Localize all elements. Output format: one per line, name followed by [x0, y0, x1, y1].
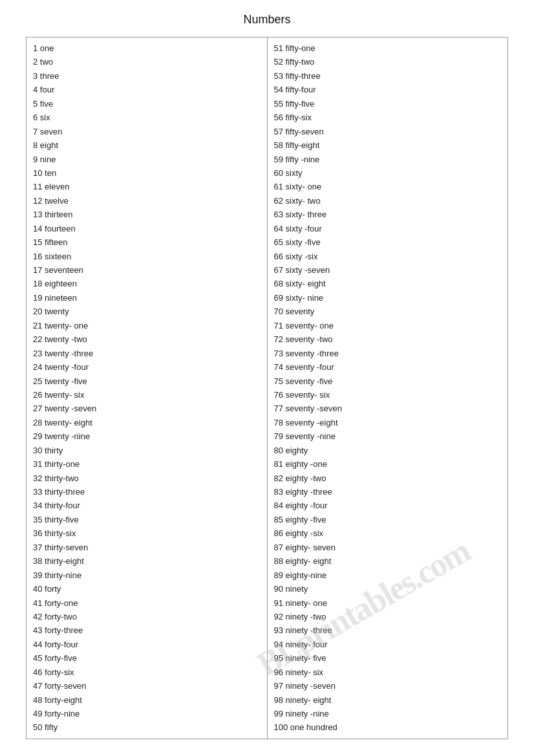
- list-item: 74 seventy -four: [274, 360, 502, 374]
- list-item: 85 eighty -five: [274, 513, 502, 526]
- list-item: 48 forty-eight: [33, 693, 261, 707]
- list-item: 54 fifty-four: [274, 83, 502, 96]
- list-item: 61 sixty- one: [274, 180, 502, 193]
- column-1: 1 one2 two3 three4 four5 five6 six7 seve…: [27, 38, 268, 739]
- list-item: 67 sixty -seven: [274, 263, 502, 277]
- list-item: 27 twenty -seven: [33, 402, 261, 415]
- list-item: 35 thirty-five: [33, 513, 261, 526]
- list-item: 52 fifty-two: [274, 55, 502, 69]
- list-item: 38 thirty-eight: [33, 554, 261, 568]
- list-item: 20 twenty: [33, 305, 261, 318]
- list-item: 95 ninety- five: [274, 651, 502, 665]
- list-item: 3 three: [33, 69, 261, 83]
- numbers-table: 1 one2 two3 three4 four5 five6 six7 seve…: [26, 37, 508, 739]
- list-item: 92 ninety -two: [274, 610, 502, 623]
- list-item: 44 forty-four: [33, 638, 261, 651]
- list-item: 9 nine: [33, 153, 261, 166]
- list-item: 22 twenty -two: [33, 332, 261, 346]
- list-item: 53 fifty-three: [274, 69, 502, 83]
- list-item: 80 eighty: [274, 444, 502, 457]
- list-item: 47 forty-seven: [33, 679, 261, 693]
- list-item: 84 eighty -four: [274, 499, 502, 512]
- list-item: 79 seventy -nine: [274, 429, 502, 443]
- list-item: 46 forty-six: [33, 665, 261, 679]
- list-item: 94 ninety- four: [274, 638, 502, 651]
- list-item: 73 seventy -three: [274, 347, 502, 360]
- list-item: 86 eighty -six: [274, 526, 502, 540]
- list-item: 63 sixty- three: [274, 208, 502, 221]
- list-item: 51 fifty-one: [274, 41, 502, 55]
- list-item: 65 sixty -five: [274, 235, 502, 249]
- list-item: 91 ninety- one: [274, 596, 502, 610]
- list-item: 37 thirty-seven: [33, 541, 261, 554]
- list-item: 4 four: [33, 83, 261, 96]
- list-item: 97 ninety -seven: [274, 679, 502, 693]
- list-item: 88 eighty- eight: [274, 554, 502, 568]
- list-item: 40 forty: [33, 582, 261, 596]
- list-item: 70 seventy: [274, 305, 502, 318]
- list-item: 10 ten: [33, 166, 261, 180]
- list-item: 45 forty-five: [33, 651, 261, 665]
- list-item: 32 thirty-two: [33, 471, 261, 485]
- list-item: 26 twenty- six: [33, 388, 261, 402]
- list-item: 30 thirty: [33, 444, 261, 457]
- list-item: 1 one: [33, 41, 261, 55]
- list-item: 7 seven: [33, 125, 261, 138]
- list-item: 99 ninety -nine: [274, 707, 502, 720]
- list-item: 93 ninety -three: [274, 623, 502, 637]
- list-item: 55 fifty-five: [274, 97, 502, 111]
- list-item: 81 eighty -one: [274, 457, 502, 471]
- list-item: 19 nineteen: [33, 291, 261, 305]
- list-item: 41 forty-one: [33, 596, 261, 610]
- list-item: 69 sixty- nine: [274, 291, 502, 305]
- list-item: 68 sixty- eight: [274, 277, 502, 290]
- list-item: 18 eighteen: [33, 277, 261, 290]
- list-item: 25 twenty -five: [33, 374, 261, 388]
- list-item: 59 fifty -nine: [274, 153, 502, 166]
- list-item: 31 thirty-one: [33, 457, 261, 471]
- list-item: 71 seventy- one: [274, 319, 502, 332]
- list-item: 15 fifteen: [33, 235, 261, 249]
- list-item: 75 seventy -five: [274, 374, 502, 388]
- list-item: 66 sixty -six: [274, 250, 502, 263]
- list-item: 8 eight: [33, 138, 261, 152]
- list-item: 87 eighty- seven: [274, 541, 502, 554]
- list-item: 98 ninety- eight: [274, 693, 502, 707]
- list-item: 90 ninety: [274, 582, 502, 596]
- list-item: 60 sixty: [274, 166, 502, 180]
- list-item: 78 seventy -eight: [274, 416, 502, 429]
- list-item: 100 one hundred: [274, 720, 502, 734]
- list-item: 12 twelve: [33, 194, 261, 208]
- list-item: 16 sixteen: [33, 250, 261, 263]
- list-item: 76 seventy- six: [274, 388, 502, 402]
- list-item: 2 two: [33, 55, 261, 69]
- list-item: 50 fifty: [33, 720, 261, 734]
- list-item: 29 twenty -nine: [33, 429, 261, 443]
- list-item: 6 six: [33, 111, 261, 124]
- list-item: 21 twenty- one: [33, 319, 261, 332]
- list-item: 58 fifty-eight: [274, 138, 502, 152]
- list-item: 13 thirteen: [33, 208, 261, 221]
- list-item: 28 twenty- eight: [33, 416, 261, 429]
- list-item: 64 sixty -four: [274, 222, 502, 235]
- list-item: 89 eighty-nine: [274, 568, 502, 582]
- list-item: 49 forty-nine: [33, 707, 261, 720]
- list-item: 57 fifty-seven: [274, 125, 502, 138]
- list-item: 17 seventeen: [33, 263, 261, 277]
- list-item: 43 forty-three: [33, 623, 261, 637]
- list-item: 82 eighty -two: [274, 471, 502, 485]
- list-item: 33 thirty-three: [33, 485, 261, 499]
- list-item: 11 eleven: [33, 180, 261, 193]
- list-item: 42 forty-two: [33, 610, 261, 623]
- list-item: 34 thirty-four: [33, 499, 261, 512]
- column-2: 51 fifty-one52 fifty-two53 fifty-three54…: [268, 38, 508, 739]
- list-item: 96 ninety- six: [274, 665, 502, 679]
- list-item: 36 thirty-six: [33, 526, 261, 540]
- list-item: 56 fifty-six: [274, 111, 502, 124]
- list-item: 62 sixty- two: [274, 194, 502, 208]
- list-item: 83 eighty -three: [274, 485, 502, 499]
- list-item: 24 twenty -four: [33, 360, 261, 374]
- list-item: 23 twenty -three: [33, 347, 261, 360]
- page-title: Numbers: [26, 13, 508, 27]
- list-item: 77 seventy -seven: [274, 402, 502, 415]
